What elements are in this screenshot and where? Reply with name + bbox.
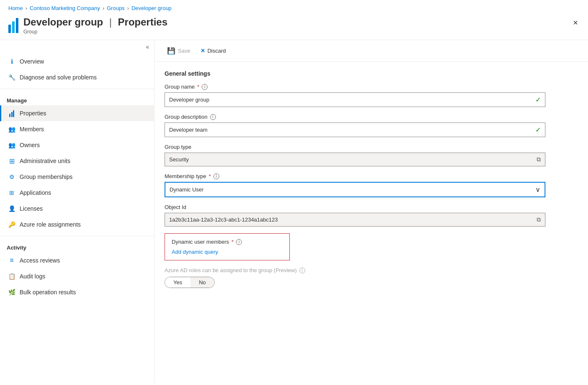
sidebar-item-bulk-results[interactable]: 🌿 Bulk operation results: [0, 284, 154, 300]
sidebar-item-audit-logs[interactable]: 📋 Audit logs: [0, 268, 154, 284]
discard-button[interactable]: ✕ Discard: [196, 45, 230, 56]
sidebar-label-applications: Applications: [20, 189, 51, 196]
toolbar: 💾 Save ✕ Discard: [155, 40, 588, 62]
breadcrumb-company[interactable]: Contoso Marketing Company: [30, 5, 100, 11]
membership-type-select[interactable]: Dynamic User ∨: [165, 182, 545, 197]
sidebar-item-diagnose[interactable]: 🔧 Diagnose and solve problems: [0, 69, 154, 85]
audit-logs-icon: 📋: [8, 273, 15, 280]
sidebar-item-admin-units[interactable]: ⊞ Administrative units: [0, 153, 154, 169]
sidebar-collapse-button[interactable]: «: [146, 43, 149, 50]
sidebar-divider-1: [0, 89, 154, 89]
azure-ad-info-icon[interactable]: i: [299, 268, 305, 273]
group-description-info-icon[interactable]: i: [210, 114, 216, 120]
applications-icon: ⊞: [8, 189, 15, 196]
sidebar: « ℹ Overview 🔧 Diagnose and solve proble…: [0, 40, 155, 383]
object-id-input: 1a2b3c11aa-12a3-12c3-abc1-1234a1abc123 ⧉: [165, 213, 545, 227]
toggle-no[interactable]: No: [190, 277, 214, 288]
group-type-field: Group type Security ⧉: [165, 144, 545, 166]
sidebar-item-overview[interactable]: ℹ Overview: [0, 54, 154, 69]
group-name-field: Group name * i Developer group ✓: [165, 84, 545, 107]
sidebar-label-diagnose: Diagnose and solve problems: [20, 74, 96, 81]
main-layout: « ℹ Overview 🔧 Diagnose and solve proble…: [0, 40, 588, 383]
sidebar-label-bulk-results: Bulk operation results: [20, 289, 76, 296]
membership-type-label: Membership type * i: [165, 173, 545, 179]
group-name-required: *: [197, 84, 199, 90]
logo-bar-2: [12, 21, 15, 33]
page-subtitle: Group: [23, 29, 167, 35]
sidebar-item-access-reviews[interactable]: ≡ Access reviews: [0, 252, 154, 268]
sidebar-item-owners[interactable]: 👥 Owners: [0, 137, 154, 153]
group-type-input: Security ⧉: [165, 153, 545, 166]
dynamic-members-label: Dynamic user members * i: [172, 239, 283, 245]
dropdown-chevron-icon: ∨: [535, 186, 540, 194]
group-name-label: Group name * i: [165, 84, 545, 90]
group-name-check-icon: ✓: [535, 96, 541, 104]
form-content: General settings Group name * i Develope…: [155, 62, 555, 303]
sidebar-item-azure-roles[interactable]: 🔑 Azure role assignments: [0, 217, 154, 232]
general-settings-label: General settings: [165, 70, 545, 77]
members-icon: 👥: [8, 125, 15, 133]
membership-type-info-icon[interactable]: i: [213, 173, 219, 179]
dynamic-members-box: Dynamic user members * i Add dynamic que…: [165, 233, 290, 260]
group-type-copy-icon[interactable]: ⧉: [537, 156, 541, 163]
admin-units-icon: ⊞: [8, 157, 15, 165]
group-type-label: Group type: [165, 144, 545, 150]
toggle-yes[interactable]: Yes: [165, 277, 190, 288]
sidebar-label-access-reviews: Access reviews: [20, 257, 60, 264]
sidebar-label-members: Members: [20, 126, 44, 133]
sidebar-label-properties: Properties: [20, 110, 46, 117]
group-description-field: Group description i Developer team ✓: [165, 114, 545, 137]
group-name-info-icon[interactable]: i: [202, 84, 208, 90]
sidebar-label-admin-units: Administrative units: [20, 158, 70, 164]
sidebar-item-licenses[interactable]: 👤 Licenses: [0, 201, 154, 217]
logo-bar-1: [8, 25, 11, 33]
save-button[interactable]: 💾 Save: [163, 44, 195, 57]
sidebar-divider-2: [0, 236, 154, 236]
azure-ad-roles-field: Azure AD roles can be assigned to the gr…: [165, 267, 545, 288]
breadcrumb-developer-group[interactable]: Developer group: [132, 5, 172, 11]
sidebar-item-properties[interactable]: Properties: [0, 105, 154, 121]
sidebar-label-overview: Overview: [20, 58, 44, 65]
membership-type-required: *: [209, 173, 211, 179]
app-logo: [8, 18, 18, 33]
licenses-icon: 👤: [8, 205, 15, 212]
object-id-copy-icon[interactable]: ⧉: [537, 216, 541, 223]
azure-ad-toggle-group: Yes No: [165, 277, 215, 288]
bulk-results-icon: 🌿: [8, 288, 15, 296]
dynamic-members-info-icon[interactable]: i: [236, 239, 242, 245]
page-title-area: Developer group | Properties Group: [23, 16, 167, 35]
logo-bar-3: [16, 18, 18, 33]
group-description-label: Group description i: [165, 114, 545, 120]
object-id-label: Object Id: [165, 204, 545, 210]
sidebar-collapse-area: «: [0, 40, 154, 54]
info-icon: ℹ: [8, 58, 15, 65]
add-dynamic-query-link[interactable]: Add dynamic query: [172, 249, 218, 255]
sidebar-label-group-memberships: Group memberships: [20, 173, 73, 180]
azure-ad-label: Azure AD roles can be assigned to the gr…: [165, 267, 545, 273]
discard-icon: ✕: [200, 48, 205, 54]
group-memberships-icon: ⚙: [8, 173, 15, 181]
breadcrumb-home[interactable]: Home: [8, 5, 23, 11]
access-reviews-icon: ≡: [8, 257, 15, 264]
wrench-icon: 🔧: [8, 74, 15, 81]
owners-icon: 👥: [8, 141, 15, 149]
sidebar-item-members[interactable]: 👥 Members: [0, 121, 154, 137]
sidebar-label-azure-roles: Azure role assignments: [20, 221, 81, 228]
object-id-field: Object Id 1a2b3c11aa-12a3-12c3-abc1-1234…: [165, 204, 545, 227]
sidebar-item-applications[interactable]: ⊞ Applications: [0, 185, 154, 201]
group-description-input[interactable]: Developer team ✓: [165, 122, 545, 137]
breadcrumb: Home › Contoso Marketing Company › Group…: [0, 0, 588, 15]
sidebar-label-owners: Owners: [20, 142, 40, 148]
properties-icon: [8, 110, 15, 117]
breadcrumb-groups[interactable]: Groups: [107, 5, 125, 11]
page-title: Developer group | Properties: [23, 16, 167, 28]
group-description-check-icon: ✓: [535, 126, 541, 134]
discard-label: Discard: [208, 48, 226, 54]
dynamic-members-required: *: [231, 239, 233, 245]
close-button[interactable]: ×: [571, 16, 580, 29]
sidebar-item-group-memberships[interactable]: ⚙ Group memberships: [0, 169, 154, 185]
manage-section-label: Manage: [0, 92, 154, 105]
sidebar-label-audit-logs: Audit logs: [20, 273, 45, 280]
page-header: Developer group | Properties Group ×: [0, 15, 588, 40]
group-name-input[interactable]: Developer group ✓: [165, 92, 545, 107]
